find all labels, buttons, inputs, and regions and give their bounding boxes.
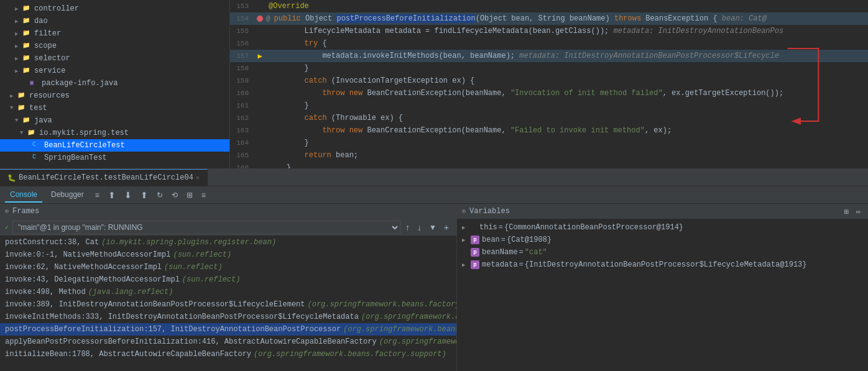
var-icon-beanname: p (471, 248, 479, 257)
debug-tab-icon: 🐛 (7, 174, 16, 182)
folder-icon: 📁 (22, 17, 32, 25)
at-symbol: @ (266, 15, 270, 22)
vars-extra-btn1[interactable]: ⊞ (841, 207, 851, 216)
execution-arrow: ▶ (257, 52, 262, 61)
menu-btn[interactable]: ≡ (93, 190, 102, 201)
sidebar-item-label: package-info.java (42, 79, 118, 88)
frame-item-postconstruct[interactable]: postConstruct:38, Cat (io.mykit.spring.p… (0, 236, 456, 249)
step-over-btn[interactable]: ⬆ (106, 189, 118, 201)
frame-item-invoke0[interactable]: invoke:0:-1, NativeMethodAccessorImpl (s… (0, 249, 456, 261)
sidebar-item-label: java (34, 116, 52, 125)
sidebar-item-label: scope (34, 42, 57, 50)
line-content-159: catch (InvocationTargetException ex) { (266, 76, 868, 85)
frame-item-invoke62[interactable]: invoke:62, NativeMethodAccessorImpl (sun… (0, 261, 456, 273)
line-content-154: public Object postProcessBeforeInitializ… (272, 14, 868, 23)
frames-panel: ⊕ Frames ✓ "main"@1 in group "main": RUN… (0, 204, 457, 371)
arrow-icon: ▶ (15, 18, 22, 25)
sidebar-item-package-info[interactable]: ▣ package-info.java (0, 77, 229, 89)
frame-item-applybpp[interactable]: applyBeanPostProcessorsBeforeInitializat… (0, 336, 456, 348)
sidebar-item-service[interactable]: ▶ 📁 service (0, 65, 229, 77)
var-list: ▶ this = {CommonAnnotationBeanPostProces… (457, 219, 868, 371)
folder-icon: 📁 (17, 91, 27, 100)
step-out-btn[interactable]: ⬆ (138, 189, 150, 201)
code-line-161: 161 } (230, 99, 868, 112)
sidebar-item-beanlife[interactable]: C BeanLifeCircleTest (0, 139, 229, 152)
list-btn[interactable]: ≡ (199, 190, 208, 201)
step-into-btn[interactable]: ⬇ (122, 189, 134, 201)
add-btn[interactable]: + (441, 221, 451, 234)
arrow-icon: ▶ (15, 68, 22, 75)
tab-close-icon[interactable]: ✕ (196, 174, 200, 181)
frame-item-initializebean[interactable]: initializeBean:1788, AbstractAutowireCap… (0, 348, 456, 360)
line-content-155: LifecycleMetadata metadata = findLifecyc… (266, 27, 868, 35)
frames-title: Frames (12, 207, 39, 216)
java-class-icon: C (32, 141, 42, 150)
arrow-icon: ▶ (15, 43, 22, 50)
java-class-icon: C (32, 153, 42, 162)
sidebar-item-java[interactable]: ▼ 📁 java (0, 114, 229, 127)
tab-label: BeanLifeCircleTest.testBeanLifeCircle04 (19, 173, 193, 182)
sidebar-item-label: filter (34, 29, 61, 38)
frame-up-btn[interactable]: ↑ (403, 221, 412, 234)
sidebar-item-label: test (29, 104, 47, 112)
frame-item-invoke43[interactable]: invoke:43, DelegatingMethodAccessorImpl … (0, 273, 456, 286)
folder-icon: 📁 (22, 54, 32, 63)
debug-toolbar: Console Debugger ≡ ⬆ ⬇ ⬆ ↻ ⟲ ⊞ ≡ (0, 186, 868, 204)
tab-beanlife[interactable]: 🐛 BeanLifeCircleTest.testBeanLifeCircle0… (0, 169, 208, 186)
sidebar-item-springbean[interactable]: C SpringBeanTest (0, 152, 229, 164)
frames-list: postConstruct:38, Cat (io.mykit.spring.p… (0, 236, 456, 371)
arrow-icon: ▶ (15, 30, 22, 37)
code-line-155: 155 LifecycleMetadata metadata = findLif… (230, 25, 868, 37)
console-tab[interactable]: Console (5, 188, 42, 203)
filter-btn[interactable]: ▼ (427, 222, 439, 233)
sidebar-item-resources[interactable]: ▶ 📁 resources (0, 89, 229, 102)
folder-icon: 📁 (22, 29, 32, 38)
folder-icon: 📁 (22, 66, 32, 75)
sidebar-item-label: BeanLifeCircleTest (44, 141, 125, 150)
line-content-157: metadata.invokeInitMethods(bean, beanNam… (266, 52, 868, 60)
vars-extra-btn2[interactable]: ∞ (854, 207, 863, 216)
gutter-154 (254, 16, 266, 22)
var-item-beanname[interactable]: ▶ p beanName = "cat" (457, 246, 868, 259)
sidebar-item-selector[interactable]: ▶ 📁 selector (0, 52, 229, 65)
line-content-165: return bean; (266, 151, 868, 160)
line-content-158: } (266, 64, 868, 73)
var-item-this[interactable]: ▶ this = {CommonAnnotationBeanPostProces… (457, 221, 868, 234)
line-content-161: } (266, 101, 868, 110)
reset-btn[interactable]: ⟲ (169, 190, 180, 201)
sidebar-item-package[interactable]: ▼ 📁 io.mykit.spring.test (0, 127, 229, 139)
sidebar-item-filter[interactable]: ▶ 📁 filter (0, 27, 229, 40)
debugger-tab[interactable]: Debugger (46, 188, 89, 203)
frame-item-postprocess[interactable]: postProcessBeforeInitialization:157, Ini… (0, 323, 456, 336)
var-item-metadata[interactable]: ▶ p metadata = {InitDestroyAnnotationBea… (457, 259, 868, 271)
code-line-162: 162 catch (Throwable ex) { (230, 112, 868, 124)
frame-item-invoke389[interactable]: invoke:389, InitDestroyAnnotationBeanPos… (0, 298, 456, 311)
arrow-icon: ▼ (10, 105, 17, 111)
arrow-icon: ▶ (15, 55, 22, 62)
sidebar-item-dao[interactable]: ▶ 📁 dao (0, 15, 229, 27)
breakpoint-dot (257, 16, 263, 22)
gutter-157: ▶ (254, 52, 266, 61)
var-item-bean[interactable]: ▶ p bean = {Cat@1908} (457, 234, 868, 246)
running-indicator: ✓ (5, 224, 9, 231)
var-arrow-this: ▶ (462, 224, 469, 231)
arrow-icon: ▶ (15, 6, 22, 12)
frame-down-btn[interactable]: ↓ (415, 221, 424, 234)
run-btn[interactable]: ↻ (154, 190, 165, 201)
frame-item-invokeinit[interactable]: invokeInitMethods:333, InitDestroyAnnota… (0, 311, 456, 323)
variables-panel-header: ⊕ Variables ⊞ ∞ (457, 204, 868, 219)
arrow-icon: ▶ (10, 93, 17, 99)
sidebar-item-label: selector (34, 54, 70, 63)
arrow-icon: ▼ (15, 117, 22, 124)
grid-btn[interactable]: ⊞ (184, 190, 195, 201)
line-content-153: @Override (266, 2, 868, 11)
sidebar-item-test[interactable]: ▼ 📁 test (0, 102, 229, 114)
frames-selector: ✓ "main"@1 in group "main": RUNNING ↑ ↓ … (0, 219, 456, 236)
frame-item-invoke498[interactable]: invoke:498, Method (java.lang.reflect) (0, 286, 456, 298)
thread-selector[interactable]: "main"@1 in group "main": RUNNING (12, 221, 400, 234)
sidebar-item-controller[interactable]: ▶ 📁 controller (0, 2, 229, 15)
pin-icon: ⊕ (5, 208, 9, 215)
code-line-157: 157 ▶ metadata.invokeInitMethods(bean, b… (230, 50, 868, 62)
sidebar-item-scope[interactable]: ▶ 📁 scope (0, 40, 229, 52)
folder-icon: 📁 (22, 42, 32, 50)
